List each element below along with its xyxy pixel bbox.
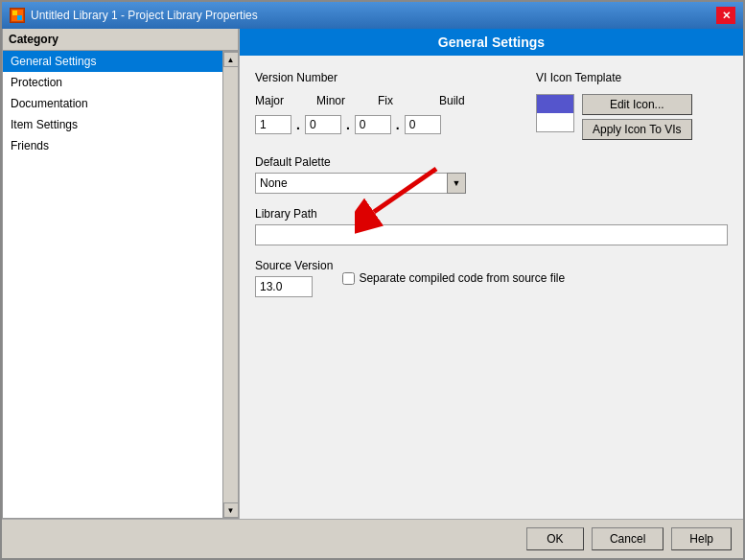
build-input[interactable] bbox=[405, 115, 441, 134]
icon-bottom-half bbox=[537, 113, 573, 131]
cancel-button[interactable]: Cancel bbox=[592, 527, 664, 550]
default-palette-section: Default Palette None Default ▼ bbox=[255, 155, 728, 194]
checkbox-container: Separate compiled code from source file bbox=[342, 271, 565, 285]
select-container: None Default ▼ bbox=[255, 173, 466, 194]
library-path-section: Library Path bbox=[255, 207, 728, 245]
version-sub-labels: Major Minor Fix Build bbox=[255, 94, 517, 107]
separate-compiled-checkbox[interactable] bbox=[342, 272, 355, 285]
apply-icon-button[interactable]: Apply Icon To VIs bbox=[582, 119, 692, 140]
app-icon bbox=[10, 8, 25, 23]
fix-input[interactable] bbox=[355, 115, 391, 134]
icon-section: VI Icon Template Edit Icon... Apply Icon… bbox=[536, 71, 728, 140]
sidebar-item-protection[interactable]: Protection bbox=[3, 72, 222, 93]
source-version-label: Source Version bbox=[255, 259, 333, 272]
scroll-up-arrow[interactable]: ▲ bbox=[223, 52, 239, 67]
sidebar-header: Category bbox=[2, 29, 239, 51]
svg-rect-1 bbox=[12, 11, 17, 15]
library-path-input[interactable] bbox=[255, 224, 728, 245]
sidebar-item-item-settings[interactable]: Item Settings bbox=[3, 114, 222, 135]
icon-preview-area: Edit Icon... Apply Icon To VIs bbox=[536, 94, 728, 140]
right-panel: General Settings Version Number Major Mi… bbox=[240, 29, 743, 519]
vi-icon-template-label: VI Icon Template bbox=[536, 71, 728, 84]
sidebar-item-general-settings[interactable]: General Settings bbox=[3, 51, 222, 72]
source-version-input[interactable] bbox=[255, 276, 313, 297]
build-label: Build bbox=[439, 94, 479, 107]
title-bar-left: Untitled Library 1 - Project Library Pro… bbox=[10, 8, 258, 23]
version-fields: . . . bbox=[255, 115, 517, 134]
separate-compiled-label: Separate compiled code from source file bbox=[359, 271, 565, 285]
major-label: Major bbox=[255, 94, 295, 107]
fix-label: Fix bbox=[378, 94, 418, 107]
source-version-section: Source Version Separate compiled code fr… bbox=[255, 259, 728, 297]
help-button[interactable]: Help bbox=[671, 527, 732, 550]
window-title: Untitled Library 1 - Project Library Pro… bbox=[31, 9, 258, 22]
icon-preview-box bbox=[536, 94, 574, 132]
default-palette-label: Default Palette bbox=[255, 155, 728, 169]
svg-rect-2 bbox=[17, 15, 22, 20]
sidebar-item-friends[interactable]: Friends bbox=[3, 135, 222, 156]
icon-top-half bbox=[537, 95, 573, 113]
main-window: Untitled Library 1 - Project Library Pro… bbox=[0, 0, 745, 560]
ok-button[interactable]: OK bbox=[526, 527, 584, 550]
minor-label: Minor bbox=[316, 94, 357, 107]
sidebar-list: General Settings Protection Documentatio… bbox=[2, 51, 223, 519]
top-row: Version Number Major Minor Fix Build bbox=[255, 71, 728, 140]
panel-body: Version Number Major Minor Fix Build bbox=[240, 56, 743, 519]
icon-buttons: Edit Icon... Apply Icon To VIs bbox=[582, 94, 692, 140]
library-path-label: Library Path bbox=[255, 207, 728, 221]
palette-select[interactable]: None Default bbox=[255, 173, 466, 194]
title-bar: Untitled Library 1 - Project Library Pro… bbox=[2, 2, 743, 29]
bottom-bar: OK Cancel Help bbox=[2, 519, 743, 558]
sidebar: Category General Settings Protection Doc… bbox=[2, 29, 240, 519]
minor-input[interactable] bbox=[305, 115, 341, 134]
edit-icon-button[interactable]: Edit Icon... bbox=[582, 94, 692, 115]
scroll-down-arrow[interactable]: ▼ bbox=[223, 502, 239, 518]
sidebar-item-documentation[interactable]: Documentation bbox=[3, 93, 222, 114]
panel-header: General Settings bbox=[240, 29, 743, 56]
version-number-label: Version Number bbox=[255, 71, 517, 84]
major-input[interactable] bbox=[255, 115, 291, 134]
version-section: Version Number Major Minor Fix Build bbox=[255, 71, 517, 140]
main-content: Category General Settings Protection Doc… bbox=[2, 29, 743, 519]
sidebar-scrollbar: ▲ ▼ bbox=[223, 51, 239, 519]
close-button[interactable]: ✕ bbox=[716, 7, 735, 24]
